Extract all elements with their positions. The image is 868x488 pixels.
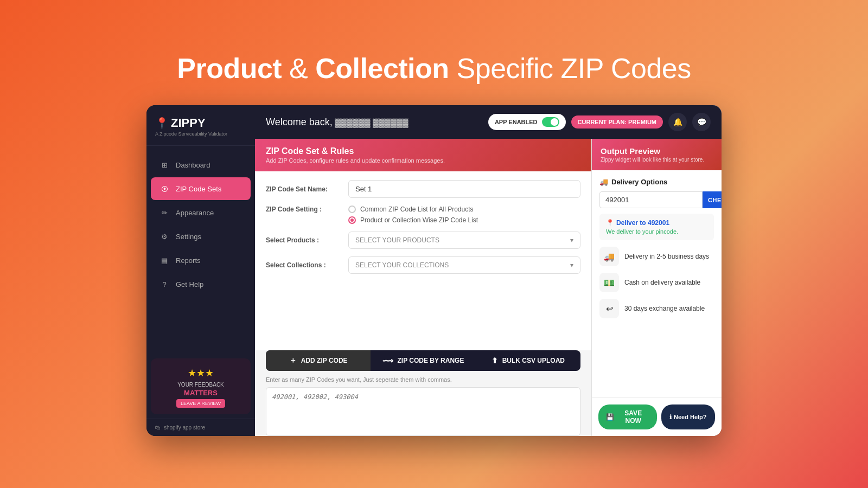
collections-row: Select Collections : SELECT YOUR COLLECT… [266,256,580,274]
title-connector: & [282,53,315,84]
sidebar-item-label: Reports [176,256,201,265]
radio-option-common[interactable]: Common ZIP Code List for All Products [348,206,580,213]
welcome-section: Welcome back, ▓▓▓▓▓▓ ▓▓▓▓▓▓ [266,117,409,128]
sidebar: 📍 ZIPPY A Zipcode Serviceability Validat… [146,105,255,436]
tab-zip-range[interactable]: ⟿ ZIP CODE BY RANGE [371,350,475,371]
zip-codes-textarea[interactable] [266,387,580,436]
sidebar-item-label: Dashboard [176,161,210,169]
output-header: Output Preview Zippy widget will look li… [592,139,722,170]
help-icon: ? [159,279,169,289]
zip-check-input[interactable] [599,191,703,208]
pin-icon: 📍 [606,219,614,227]
output-title: Output Preview [601,146,713,156]
name-label: ZIP Code Set Name: [266,185,342,193]
save-icon: 💾 [606,413,614,421]
radio-circle-wise [348,216,356,224]
shopify-icon: 🛍 [155,425,161,431]
feature-exchange-text: 30 days exchange available [624,305,705,312]
feature-item-delivery: 🚚 Delivery in 2-5 business days [599,247,714,266]
tabs-bar: ＋ ADD ZIP CODE ⟿ ZIP CODE BY RANGE ⬆ BUL… [266,350,580,371]
sidebar-item-label: Settings [176,233,201,241]
sidebar-logo: 📍 ZIPPY A Zipcode Serviceability Validat… [146,105,255,146]
logo-tagline: A Zipcode Serviceability Validator [155,131,246,137]
tab-bulk-csv[interactable]: ⬆ BULK CSV UPLOAD [476,350,580,371]
deliver-msg: We deliver to your pincode. [606,228,707,235]
chevron-down-icon-2: ▾ [570,261,573,269]
cod-icon: 💵 [599,273,619,292]
deliver-to-text: Deliver to 492001 [616,219,669,227]
radio-label-common: Common ZIP Code List for All Products [360,206,474,213]
radio-group: Common ZIP Code List for All Products Pr… [348,206,580,224]
reports-icon: ▤ [159,255,169,265]
tab-add-zip[interactable]: ＋ ADD ZIP CODE [266,350,371,371]
sidebar-item-zip-code-sets[interactable]: ⦿ ZIP Code Sets [151,177,251,200]
radio-label-wise: Product or Collection Wise ZIP Code List [360,216,478,224]
shopify-badge: 🛍 shopify app store [146,419,255,436]
save-now-button[interactable]: 💾 SAVE NOW [598,404,657,429]
zip-set-name-input[interactable] [348,180,580,198]
logo-name: ZIPPY [171,116,206,130]
products-row: Select Products : SELECT YOUR PRODUCTS ▾ [266,232,580,249]
collections-label: Select Collections : [266,261,342,269]
left-panel: ZIP Code Set & Rules Add ZIP Codes, conf… [255,139,591,436]
chat-icon: 💬 [697,118,706,126]
output-footer: 💾 SAVE NOW ℹ Need Help? [592,397,722,436]
exchange-icon: ↩ [599,299,619,318]
radio-option-wise[interactable]: Product or Collection Wise ZIP Code List [348,216,580,224]
add-zip-icon: ＋ [289,356,297,365]
tab-zip-range-label: ZIP CODE BY RANGE [398,357,464,364]
help-circle-icon: ℹ [669,414,672,421]
sidebar-item-dashboard[interactable]: ⊞ Dashboard [151,153,251,176]
zip-range-icon: ⟿ [382,356,393,365]
feature-delivery-text: Delivery in 2-5 business days [624,253,709,260]
setting-row: ZIP Code Setting : Common ZIP Code List … [266,206,580,224]
chevron-down-icon: ▾ [570,236,573,244]
user-name: ▓▓▓▓▓▓ ▓▓▓▓▓▓ [335,118,408,127]
feedback-promo: ★★★ YOUR FEEDBACK MATTERS LEAVE A REVIEW [151,358,251,414]
title-rest: Specific ZIP Codes [449,53,691,84]
zip-input-row: CHECK [599,191,714,208]
chat-button[interactable]: 💬 [692,113,711,131]
sidebar-item-label: Get Help [176,280,203,288]
welcome-text: Welcome back, [266,117,333,127]
sidebar-item-reports[interactable]: ▤ Reports [151,249,251,272]
products-select[interactable]: SELECT YOUR PRODUCTS ▾ [348,232,580,249]
delivery-title: 🚚 Delivery Options [599,178,714,186]
app-enabled-badge[interactable]: APP ENABLED [488,114,566,130]
delivery-title-text: Delivery Options [611,178,667,186]
setting-label: ZIP Code Setting : [266,206,342,213]
panel-header: ZIP Code Set & Rules Add ZIP Codes, conf… [255,139,591,171]
collections-select[interactable]: SELECT YOUR COLLECTIONS ▾ [348,256,580,274]
premium-badge: CURRENT PLAN: PREMIUM [571,115,663,129]
tab-bulk-csv-label: BULK CSV UPLOAD [502,357,565,364]
collections-placeholder: SELECT YOUR COLLECTIONS [355,261,449,269]
leave-review-btn[interactable]: LEAVE A REVIEW [176,399,225,408]
app-window: 📍 ZIPPY A Zipcode Serviceability Validat… [146,105,722,436]
sidebar-item-settings[interactable]: ⚙ Settings [151,225,251,248]
promo-line1: YOUR FEEDBACK [157,381,244,389]
feature-cod-text: Cash on delivery available [624,279,700,286]
promo-stars: ★★★ [157,367,244,379]
title-bold-product: Product [177,53,282,84]
content-area: ZIP Code Set & Rules Add ZIP Codes, conf… [255,139,722,436]
feature-list: 🚚 Delivery in 2-5 business days 💵 Cash o… [599,247,714,318]
page-heading: Product & Collection Specific ZIP Codes [177,52,691,95]
check-button[interactable]: CHECK [703,191,722,208]
panel-title: ZIP Code Set & Rules [266,146,580,156]
output-content: 🚚 Delivery Options CHECK 📍 Deliver to 49… [592,170,722,397]
top-bar-actions: APP ENABLED CURRENT PLAN: PREMIUM 🔔 💬 [488,113,711,131]
app-toggle[interactable] [542,117,559,127]
notification-button[interactable]: 🔔 [668,113,687,131]
top-bar: Welcome back, ▓▓▓▓▓▓ ▓▓▓▓▓▓ APP ENABLED … [255,105,722,139]
need-help-button[interactable]: ℹ Need Help? [661,404,716,429]
sidebar-item-get-help[interactable]: ? Get Help [151,273,251,296]
sidebar-item-appearance[interactable]: ✏ Appearance [151,201,251,224]
products-placeholder: SELECT YOUR PRODUCTS [355,236,439,244]
delivery-icon: 🚚 [599,178,608,186]
output-subtitle: Zippy widget will look like this at your… [601,157,713,163]
feature-item-cod: 💵 Cash on delivery available [599,273,714,292]
right-panel: Output Preview Zippy widget will look li… [591,139,722,436]
app-enabled-label: APP ENABLED [495,119,538,125]
products-label: Select Products : [266,236,342,244]
logo-pin-icon: 📍 [155,117,169,130]
